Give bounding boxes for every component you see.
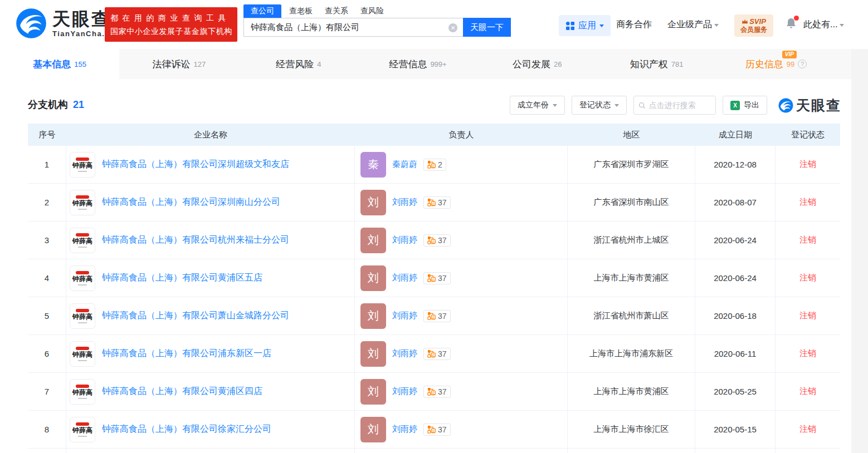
chevron-down-icon (615, 104, 619, 109)
company-logo-red-tag (76, 422, 89, 426)
promo-banner: 都在用的商业查询工具 国家中小企业发展子基金旗下机构 (105, 7, 237, 42)
relations-count: 37 (438, 274, 447, 283)
person-avatar[interactable]: 刘 (360, 303, 386, 329)
relations-badge[interactable]: 企 37 (423, 196, 451, 209)
tab-operation-info[interactable]: 经营信息 999+ (358, 49, 477, 79)
status-cell: 注销 (776, 373, 840, 410)
company-link[interactable]: 钟薛高食品（上海）有限公司深圳超级文和友店 (102, 159, 289, 170)
tianyancha-logo-icon (16, 8, 47, 39)
person-avatar[interactable]: 刘 (360, 417, 386, 442)
search-tabs: 查公司 查老板 查关系 查风险 (243, 4, 511, 18)
person-link[interactable]: 刘雨婷 (392, 311, 417, 321)
tianyancha-watermark-icon (778, 98, 793, 113)
relations-count: 37 (438, 236, 447, 245)
row-index: 1 (28, 146, 66, 183)
person-link[interactable]: 秦蔚蔚 (392, 159, 417, 170)
svip-member-button[interactable]: SVIP 会员服务 (734, 14, 773, 37)
relations-badge[interactable]: 企 37 (423, 348, 451, 360)
person-avatar[interactable]: 刘 (360, 190, 386, 215)
user-account-menu[interactable]: 此处有... (803, 19, 844, 31)
excel-icon: X (730, 101, 740, 110)
promo-line2: 国家中小企业发展子基金旗下机构 (110, 24, 232, 38)
section-header: 分支机构 21 (28, 98, 84, 111)
relations-count: 37 (438, 387, 447, 396)
tab-intellectual-property[interactable]: 知识产权 781 (597, 49, 716, 79)
person-avatar[interactable]: 刘 (360, 341, 386, 367)
table-row: 8 钟薛高 钟薛高食品（上海）有限公司徐家汇分公司 刘 刘雨婷 企 37 (28, 411, 840, 449)
help-icon[interactable]: ? (798, 60, 807, 68)
business-cooperation-link[interactable]: 商务合作 (616, 19, 652, 31)
company-logo-text: 钟薛高 (72, 275, 92, 283)
status-cell: 注销 (776, 184, 840, 221)
notification-bell-icon[interactable] (784, 16, 799, 32)
table-row-partial (28, 449, 840, 453)
search-icon (638, 101, 646, 110)
table-row: 4 钟薛高 钟薛高食品（上海）有限公司黄浦区五店 刘 刘雨婷 企 37 (28, 259, 840, 297)
company-logo-subline (78, 209, 87, 210)
relations-badge[interactable]: 企 37 (423, 310, 451, 322)
relations-badge[interactable]: 企 37 (423, 386, 451, 398)
tab-operation-risk[interactable]: 经营风险 4 (239, 49, 358, 79)
region-cell: 上海市上海市黄浦区 (568, 373, 695, 410)
company-link[interactable]: 钟薛高食品（上海）有限公司深圳南山分公司 (102, 196, 280, 208)
person-link[interactable]: 刘雨婷 (392, 197, 417, 208)
relations-count: 2 (438, 160, 442, 169)
company-link[interactable]: 钟薛高食品（上海）有限公司黄浦区四店 (102, 386, 262, 397)
region-cell: 上海市上海市徐汇区 (568, 411, 695, 448)
enterprise-product-menu[interactable]: 企业级产品 (667, 19, 719, 31)
relations-badge[interactable]: 企 2 (423, 159, 446, 171)
region-cell: 上海市上海市浦东新区 (568, 335, 695, 372)
person-link[interactable]: 刘雨婷 (392, 235, 417, 245)
date-cell: 2020-08-07 (695, 184, 776, 221)
svg-text:企: 企 (432, 429, 435, 432)
svip-label: SVIP (749, 18, 766, 26)
enterprise-product-label: 企业级产品 (667, 19, 712, 31)
date-cell: 2020-06-11 (695, 335, 776, 372)
tab-history-info[interactable]: VIP 历史信息 99 ? (716, 49, 836, 79)
registration-status-filter[interactable]: 登记状态 (572, 96, 627, 115)
export-button[interactable]: X 导出 (723, 96, 767, 115)
person-link[interactable]: 刘雨婷 (392, 386, 417, 397)
relations-badge[interactable]: 企 37 (423, 424, 451, 436)
company-link[interactable]: 钟薛高食品（上海）有限公司萧山金城路分公司 (102, 310, 289, 322)
company-logo-text: 钟薛高 (72, 313, 92, 321)
search-tab-company[interactable]: 查公司 (243, 4, 281, 18)
search-tab-boss[interactable]: 查老板 (289, 4, 313, 18)
company-logo-subline (78, 360, 87, 361)
promo-line1: 都在用的商业查询工具 (110, 11, 232, 24)
svg-text:企: 企 (432, 240, 435, 243)
person-link[interactable]: 刘雨婷 (392, 273, 417, 283)
company-link[interactable]: 钟薛高食品（上海）有限公司徐家汇分公司 (102, 424, 271, 435)
company-link[interactable]: 钟薛高食品（上海）有限公司杭州来福士分公司 (102, 234, 289, 246)
tab-legal-litigation[interactable]: 法律诉讼 127 (119, 49, 238, 79)
tab-company-development[interactable]: 公司发展 26 (477, 49, 597, 79)
person-avatar[interactable]: 刘 (360, 379, 386, 405)
relations-badge[interactable]: 企 37 (423, 234, 451, 247)
company-link[interactable]: 钟薛高食品（上海）有限公司黄浦区五店 (102, 272, 262, 284)
table-row: 2 钟薛高 钟薛高食品（上海）有限公司深圳南山分公司 刘 刘雨婷 企 37 (28, 184, 840, 221)
table-controls: 成立年份 登记状态 X 导出 天眼查 (510, 95, 841, 115)
company-logo: 钟薛高 (70, 152, 95, 178)
chevron-down-icon (553, 104, 557, 109)
clear-search-icon[interactable]: ✕ (448, 23, 457, 32)
person-link[interactable]: 刘雨婷 (392, 348, 417, 359)
company-logo: 钟薛高 (70, 190, 95, 215)
search-tab-relation[interactable]: 查关系 (325, 4, 348, 18)
person-avatar[interactable]: 刘 (360, 265, 386, 291)
search-input[interactable] (244, 18, 463, 36)
table-search-input[interactable] (649, 101, 711, 110)
search-tab-risk[interactable]: 查风险 (360, 4, 384, 18)
company-logo-subline (78, 171, 87, 172)
person-avatar[interactable]: 秦 (360, 152, 386, 178)
table-search-box[interactable] (633, 96, 716, 115)
svg-text:企: 企 (432, 202, 435, 205)
relations-badge[interactable]: 企 37 (423, 272, 451, 284)
tab-basic-info[interactable]: 基本信息 155 (0, 49, 119, 79)
apps-menu[interactable]: 应用 (559, 15, 611, 36)
search-button[interactable]: 天眼一下 (463, 18, 511, 37)
chevron-down-icon (599, 24, 604, 29)
person-link[interactable]: 刘雨婷 (392, 424, 417, 435)
person-avatar[interactable]: 刘 (360, 228, 386, 253)
company-link[interactable]: 钟薛高食品（上海）有限公司浦东新区一店 (102, 348, 271, 360)
founded-year-filter[interactable]: 成立年份 (510, 96, 565, 115)
